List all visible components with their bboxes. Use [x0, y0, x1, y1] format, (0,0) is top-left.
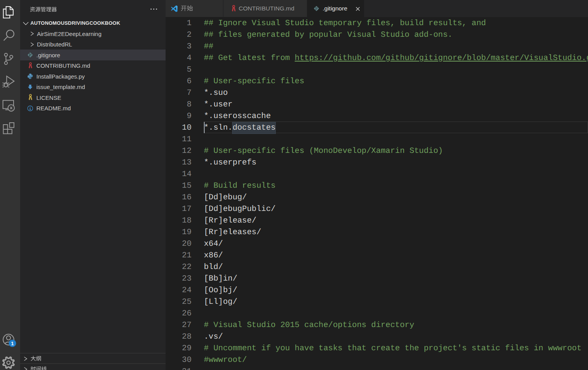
svg-text:1: 1	[11, 341, 14, 346]
